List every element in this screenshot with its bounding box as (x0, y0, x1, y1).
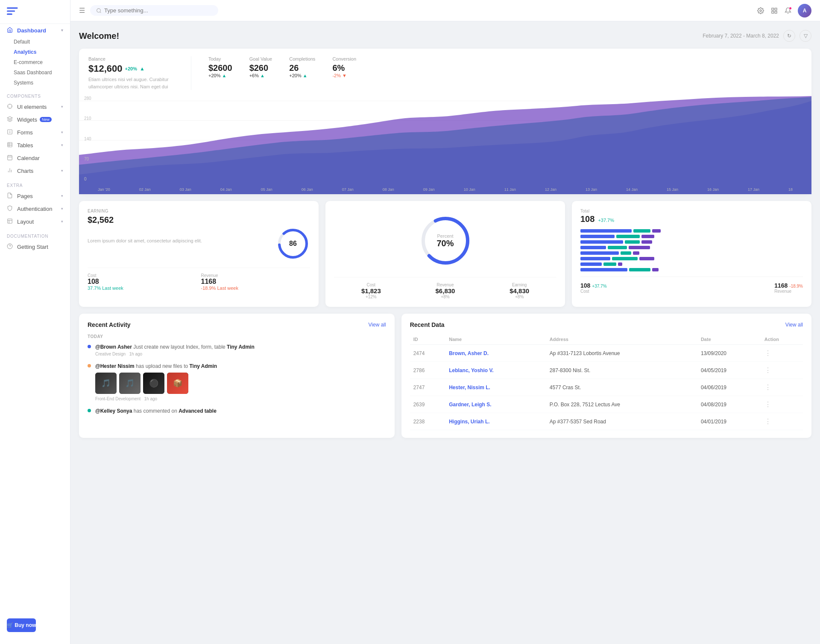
settings-icon[interactable] (757, 7, 764, 15)
balance-value: $12,600 +20% ▲ (88, 63, 174, 74)
sidebar-item-pages[interactable]: Pages ▾ (0, 189, 70, 202)
bcf-cost: 108 +37.7% Cost (580, 282, 607, 294)
th-id: ID (410, 334, 446, 345)
buy-now-button[interactable]: 🛒 Buy now (7, 618, 36, 632)
sidebar-item-dashboard[interactable]: Dashboard ▾ (0, 24, 70, 37)
action-dots[interactable]: ⋮ (764, 367, 771, 374)
activity-dot-blue (88, 345, 91, 348)
bar-seg-green (616, 235, 640, 238)
filter-button[interactable]: ▽ (800, 30, 811, 42)
bar-seg-green (633, 229, 650, 233)
section-label-components: Components (0, 88, 70, 100)
sidebar-sub-systems[interactable]: Systems (14, 78, 70, 88)
cell-action[interactable]: ⋮ (761, 345, 803, 362)
activity-text: @Brown Asher Just create new layout Inde… (95, 343, 255, 351)
sidebar-item-ui-elements[interactable]: UI elements ▾ (0, 100, 70, 113)
sidebar-item-charts[interactable]: Charts ▾ (0, 164, 70, 177)
sidebar-item-getting-start[interactable]: Getting Start (0, 240, 70, 253)
action-dots[interactable]: ⋮ (764, 401, 771, 408)
refresh-button[interactable]: ↻ (783, 30, 795, 42)
sidebar-item-label: Widgets (17, 117, 37, 123)
chevron-icon: ▾ (61, 194, 63, 198)
cell-date: 04/06/2019 (697, 379, 761, 396)
search-input[interactable] (104, 7, 212, 14)
activity-images: 🎵 🎵 ⚫ 📦 (95, 373, 217, 394)
cell-action[interactable]: ⋮ (761, 413, 803, 430)
sidebar: Dashboard ▾ Default Analytics E-commerce… (0, 0, 70, 644)
conversion-arrow: ▼ (342, 73, 347, 78)
goal-label: Goal Value (249, 56, 272, 61)
th-address: Address (546, 334, 697, 345)
today-value: $2600 (208, 63, 232, 73)
date-range: February 7, 2022 - March 8, 2022 (703, 33, 779, 39)
activity-subdesc: Creative Design 1h ago (95, 352, 255, 356)
data-view-all[interactable]: View all (785, 322, 803, 328)
pf-revenue: Revenue $6,830 +8% (436, 283, 455, 299)
action-dots[interactable]: ⋮ (764, 384, 771, 391)
table-row: 2238 Higgins, Uriah L. Ap #377-5357 Sed … (410, 413, 803, 430)
sidebar-sub-ecommerce[interactable]: E-commerce (14, 57, 70, 67)
cell-id: 2786 (410, 362, 446, 379)
home-icon (7, 27, 14, 34)
activity-item: @Hester Nissim has upload new files to T… (88, 362, 386, 401)
svg-rect-28 (775, 8, 777, 10)
sidebar-item-authentication[interactable]: Authentication ▾ (0, 202, 70, 215)
bar-seg-blue (580, 240, 623, 244)
stat-group: Today $2600 +20% ▲ Goal Value $260 +6% (208, 56, 802, 78)
sidebar-item-layout[interactable]: Layout ▾ (0, 215, 70, 228)
img-placeholder: ⚫ (143, 373, 164, 394)
sidebar-item-widgets[interactable]: Widgets New (0, 113, 70, 126)
svg-rect-8 (8, 143, 12, 147)
sidebar-item-tables[interactable]: Tables ▾ (0, 139, 70, 152)
completions-change: +20% ▲ (289, 73, 315, 78)
svg-rect-27 (772, 8, 774, 10)
sidebar-item-forms[interactable]: Forms ▾ (0, 126, 70, 139)
earning-value: $2,562 (88, 215, 310, 225)
percent-center: Percent 70% (418, 213, 473, 268)
goal-change: +6% ▲ (249, 73, 272, 78)
bar-total-label: Total (580, 209, 803, 213)
cell-action[interactable]: ⋮ (761, 396, 803, 413)
sidebar-sub-default[interactable]: Default (14, 37, 70, 47)
activity-app: Advanced table (179, 408, 217, 414)
dashboard-subitems: Default Analytics E-commerce Saas Dashbo… (0, 37, 70, 88)
cell-address: Ap #331-7123 Lobortis Avenue (546, 345, 697, 362)
avatar[interactable]: A (798, 4, 811, 17)
recent-data-card: Recent Data View all ID Name Address Dat… (401, 314, 811, 438)
sidebar-item-calendar[interactable]: Calendar (0, 152, 70, 164)
menu-icon[interactable]: ☰ (79, 6, 85, 15)
goal-value: $260 (249, 63, 272, 73)
cell-id: 2747 (410, 379, 446, 396)
sidebar-sub-saas[interactable]: Saas Dashboard (14, 67, 70, 78)
table-row: 2786 Leblanc, Yoshio V. 287-8300 Nisl. S… (410, 362, 803, 379)
sidebar-sub-analytics[interactable]: Analytics (14, 47, 70, 57)
activity-item: @Brown Asher Just create new layout Inde… (88, 343, 386, 356)
chevron-icon: ▾ (61, 169, 63, 173)
balance-desc: Etiam ultrices nisi vel augue. Curabitur… (88, 76, 174, 90)
revenue-change: -18.9% Last week (201, 286, 310, 291)
cell-date: 04/01/2019 (697, 413, 761, 430)
svg-rect-1 (7, 10, 15, 12)
grid-icon[interactable] (770, 7, 778, 15)
sidebar-item-label: Getting Start (17, 244, 48, 250)
cell-action[interactable]: ⋮ (761, 379, 803, 396)
action-dots[interactable]: ⋮ (764, 418, 771, 425)
cell-name: Hester, Nissim L. (445, 379, 546, 396)
cell-action[interactable]: ⋮ (761, 362, 803, 379)
donut-gauge: 86 (276, 227, 310, 261)
pf-cost-label: Cost (361, 283, 381, 287)
conversion-value: 6% (332, 63, 356, 73)
action-dots[interactable]: ⋮ (764, 350, 771, 357)
bar-card-header: Total 108 +37.7% (580, 209, 803, 224)
activity-content: @Kelley Sonya has commented on Advanced … (95, 407, 217, 415)
sidebar-item-label: Tables (17, 142, 33, 149)
notification-icon[interactable] (784, 7, 792, 15)
bar-card-footer: 108 +37.7% Cost 1168 -18.9% Revenue (580, 277, 803, 294)
img-placeholder: 🎵 (119, 373, 141, 394)
cost-value: 108 (88, 278, 197, 286)
svg-rect-19 (8, 219, 12, 224)
activity-view-all[interactable]: View all (369, 322, 386, 328)
bar-row (580, 268, 803, 271)
logo (0, 0, 70, 24)
pf-revenue-value: $6,830 (436, 287, 455, 294)
